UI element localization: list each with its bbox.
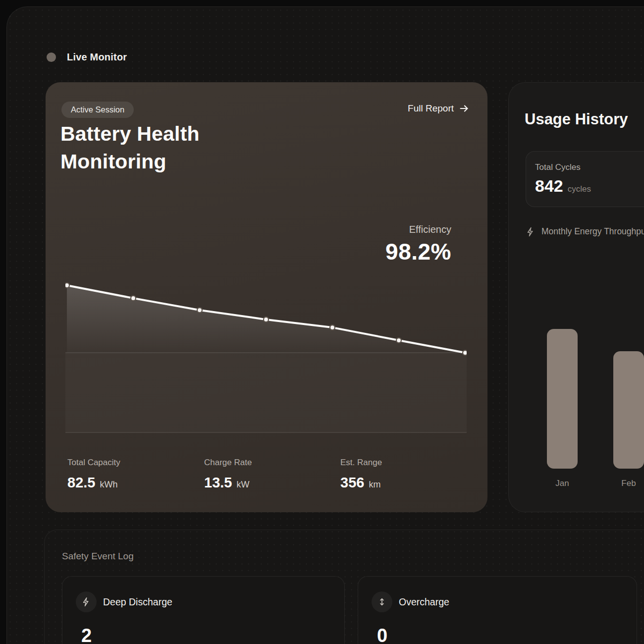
efficiency-value: 98.2% — [385, 238, 451, 265]
event-count: 2 — [81, 625, 92, 644]
event-icon-circle — [76, 591, 97, 612]
active-session-badge: Active Session — [61, 102, 134, 118]
total-cycles-unit: cycles — [568, 184, 591, 194]
stat-charge-rate: Charge Rate 13.5 kW — [204, 458, 252, 491]
stat-est-range: Est. Range 356 km — [340, 458, 382, 491]
bar-label: Feb — [613, 479, 644, 488]
efficiency-label: Efficiency — [385, 224, 451, 235]
stat-value: 356 — [340, 475, 364, 491]
throughput-row: Monthly Energy Throughput — [526, 226, 644, 237]
throughput-label: Monthly Energy Throughput — [541, 226, 644, 237]
stat-unit: km — [369, 480, 380, 490]
card-title-line2: Monitoring — [60, 148, 200, 175]
efficiency-line-chart — [65, 282, 467, 433]
lightning-icon — [81, 597, 91, 607]
stat-unit: kW — [236, 480, 249, 490]
bar-jan: Jan — [547, 329, 578, 469]
full-report-link[interactable]: Full Report — [408, 103, 470, 114]
lightning-icon — [526, 227, 536, 237]
event-label: Deep Discharge — [103, 596, 172, 608]
stat-total-capacity: Total Capacity 82.5 kWh — [67, 458, 120, 491]
safety-event-log-section: Safety Event Log Deep Discharge 2 Overch… — [44, 530, 644, 644]
stat-label: Est. Range — [340, 458, 382, 468]
bar-label: Jan — [547, 479, 578, 488]
status-dot-icon — [47, 53, 56, 62]
full-report-label: Full Report — [408, 103, 454, 114]
bar-rect — [547, 329, 578, 469]
event-card-overcharge: Overcharge 0 — [358, 576, 637, 644]
efficiency-metric: Efficiency 98.2% — [385, 224, 451, 265]
event-count: 0 — [377, 625, 387, 644]
usage-history-panel: Usage History Total Cycles 842 cycles Mo… — [508, 82, 644, 512]
usage-history-title: Usage History — [525, 110, 628, 128]
event-card-deep-discharge: Deep Discharge 2 — [62, 576, 345, 644]
total-cycles-label: Total Cycles — [535, 162, 581, 172]
bar-rect — [613, 351, 644, 469]
total-cycles-box: Total Cycles 842 cycles — [526, 151, 644, 207]
card-title: Battery Health Monitoring — [60, 120, 200, 175]
card-title-line1: Battery Health — [60, 120, 200, 148]
live-monitor-header: Live Monitor — [47, 52, 127, 63]
stat-value: 82.5 — [67, 475, 95, 491]
arrow-right-icon — [459, 103, 470, 114]
live-monitor-label: Live Monitor — [67, 52, 127, 63]
battery-health-card: Active Session Full Report Battery Healt… — [46, 82, 487, 512]
safety-event-log-title: Safety Event Log — [62, 551, 134, 562]
stat-label: Charge Rate — [204, 458, 252, 468]
dashboard-panel: Live Monitor Active Session Full Report … — [6, 6, 644, 644]
total-cycles-value: 842 — [535, 176, 563, 196]
stat-value: 13.5 — [204, 475, 232, 491]
bar-feb: Feb — [613, 329, 644, 469]
arrows-vertical-icon — [377, 597, 387, 607]
stat-label: Total Capacity — [67, 458, 120, 468]
monthly-bar-chart: JanFeb — [547, 329, 644, 469]
event-label: Overcharge — [399, 596, 449, 608]
event-icon-circle — [372, 591, 392, 612]
stat-unit: kWh — [100, 480, 117, 490]
